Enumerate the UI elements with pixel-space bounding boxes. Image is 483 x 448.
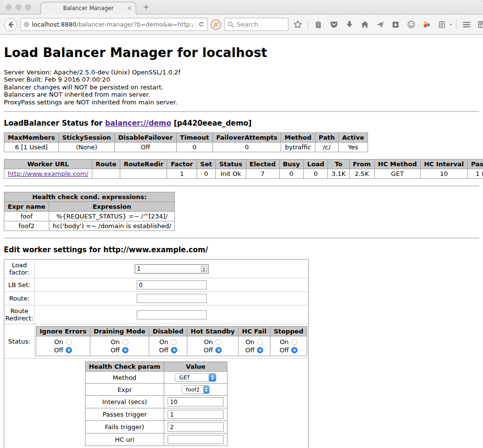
bookmark-star-icon[interactable] bbox=[291, 18, 304, 31]
close-window-button[interactable] bbox=[6, 4, 12, 10]
hc-passes-row: Passes trigger bbox=[85, 408, 227, 421]
hc-interval-label: Interval (secs) bbox=[85, 396, 164, 408]
on-label: On bbox=[280, 338, 288, 346]
cell-passes: 1 (0) bbox=[468, 169, 483, 179]
col-stopped: Stopped bbox=[270, 327, 307, 336]
cell-route bbox=[92, 169, 120, 179]
col-disablefailover: DisableFailover bbox=[114, 133, 176, 143]
cell-hc-interval: 10 bbox=[420, 169, 467, 179]
url-path: /balancer-manager?b=demo&w=http://www.ex… bbox=[76, 21, 193, 28]
hc-interval-input[interactable] bbox=[168, 397, 224, 406]
url-bar[interactable]: localhost:8880/balancer-manager?b=demo&w… bbox=[20, 18, 208, 31]
save-panel-icon[interactable] bbox=[389, 18, 402, 31]
server-info: Server Version: Apache/2.5.0-dev (Unix) … bbox=[4, 69, 479, 106]
pocket-icon[interactable] bbox=[327, 18, 340, 31]
cell-to: 3.1K bbox=[328, 169, 349, 179]
minimize-window-button[interactable] bbox=[15, 4, 21, 10]
hc-expr-row: Expr foof2 bbox=[85, 384, 227, 396]
titlebar: Balancer Manager × + bbox=[0, 0, 483, 14]
hc-passes-input[interactable] bbox=[168, 410, 224, 419]
cell-busy: 0 bbox=[279, 169, 303, 179]
url-text[interactable]: localhost:8880/balancer-manager?b=demo&w… bbox=[32, 21, 193, 28]
color-palette-icon[interactable] bbox=[420, 18, 433, 31]
feedback-smiley-icon[interactable] bbox=[405, 18, 417, 31]
image-block-icon[interactable] bbox=[211, 19, 221, 30]
cell-factor: 1 bbox=[167, 169, 197, 179]
back-button[interactable] bbox=[4, 18, 17, 31]
stopped-on-radio[interactable] bbox=[291, 339, 298, 345]
new-tab-button[interactable]: + bbox=[143, 2, 149, 12]
stopped-off-radio[interactable] bbox=[291, 347, 298, 353]
journal-icon[interactable] bbox=[436, 18, 448, 31]
cell-routeredir bbox=[120, 169, 167, 179]
form-row-status: Status: Ignore Errors Draining Mode Disa… bbox=[4, 324, 309, 359]
form-row-lb-set: LB Set: bbox=[4, 278, 309, 292]
lb-set-input[interactable] bbox=[137, 280, 207, 289]
reload-icon[interactable] bbox=[199, 21, 204, 28]
tab-close-icon[interactable]: × bbox=[127, 5, 132, 12]
hc-passes-label: Passes trigger bbox=[85, 408, 164, 421]
off-label: Off bbox=[245, 346, 255, 354]
dropdown-caret-icon[interactable]: ▾ bbox=[450, 22, 452, 27]
cell-elected: 7 bbox=[246, 169, 279, 179]
home-icon[interactable] bbox=[358, 18, 371, 31]
lb-set-label: LB Set: bbox=[4, 278, 35, 292]
disabled-off-radio[interactable] bbox=[171, 347, 177, 353]
cell-expression: %{REQUEST_STATUS} =~ /^[234]/ bbox=[49, 212, 175, 221]
clipboard-icon[interactable] bbox=[312, 18, 325, 31]
cell-maxmembers: 6 [1 Used] bbox=[4, 143, 59, 152]
table-tools-icon[interactable] bbox=[476, 18, 483, 31]
hc-fail-on-radio[interactable] bbox=[257, 339, 263, 345]
hc-fails-input[interactable] bbox=[168, 422, 224, 432]
hc-expr-select[interactable]: foof2 bbox=[182, 385, 210, 394]
menu-icon[interactable] bbox=[460, 18, 473, 31]
status-heading-suffix: [p4420eeae_demo] bbox=[171, 119, 252, 128]
search-bar[interactable]: Search bbox=[224, 18, 288, 31]
balancer-demo-link[interactable]: balancer://demo bbox=[105, 119, 171, 128]
back-arrow-icon bbox=[7, 21, 14, 29]
worker-row: http://www.example.com/ 1 0 Init Ok 7 0 … bbox=[4, 169, 483, 179]
tab-balancer-manager[interactable]: Balancer Manager × bbox=[41, 2, 136, 14]
load-factor-input[interactable] bbox=[135, 264, 209, 274]
page-title: Load Balancer Manager for localhost bbox=[4, 45, 479, 60]
send-icon[interactable] bbox=[374, 18, 386, 31]
hot-standby-off-radio[interactable] bbox=[215, 347, 222, 353]
cell-set: 0 bbox=[197, 169, 215, 179]
hot-standby-on-radio[interactable] bbox=[215, 339, 222, 345]
on-label: On bbox=[111, 338, 119, 346]
table-header-row: MaxMembers StickySession DisableFailover… bbox=[4, 133, 368, 143]
col-method: Method bbox=[281, 133, 315, 143]
draining-mode-on-radio[interactable] bbox=[122, 339, 128, 345]
route-input[interactable] bbox=[137, 294, 207, 303]
cell-method: bytraffic bbox=[281, 143, 315, 152]
divider bbox=[4, 111, 479, 112]
cell-status: Init Ok bbox=[215, 169, 246, 179]
hc-method-value: GET bbox=[179, 375, 205, 381]
draining-mode-radios: On Off bbox=[90, 336, 149, 356]
number-spinner-icon[interactable]: ▲▼ bbox=[201, 266, 207, 272]
hc-method-select[interactable]: GET bbox=[175, 373, 216, 382]
disabled-on-radio[interactable] bbox=[170, 339, 177, 345]
route-redirect-input[interactable] bbox=[137, 310, 207, 319]
browser-window: Balancer Manager × + localhost:8880/bala… bbox=[0, 0, 483, 448]
cell-hc-method: GET bbox=[374, 169, 420, 179]
ignore-errors-off-radio[interactable] bbox=[66, 347, 72, 353]
hc-uri-input[interactable] bbox=[168, 435, 224, 444]
page-content: Load Balancer Manager for localhost Serv… bbox=[0, 35, 483, 448]
col-route: Route bbox=[92, 159, 120, 169]
hc-fails-label: Fails trigger) bbox=[85, 421, 164, 434]
hc-expressions-table: Health check cond. expressions: Expr nam… bbox=[4, 192, 175, 231]
hc-fail-off-radio[interactable] bbox=[257, 347, 263, 353]
worker-url-link[interactable]: http://www.example.com/ bbox=[8, 170, 88, 177]
col-ignore-errors: Ignore Errors bbox=[36, 327, 90, 336]
balancer-status-heading: LoadBalancer Status for balancer://demo … bbox=[4, 119, 479, 128]
zoom-window-button[interactable] bbox=[25, 4, 31, 10]
on-label: On bbox=[204, 338, 213, 346]
disabled-radios: On Off bbox=[149, 336, 187, 356]
download-icon[interactable] bbox=[343, 18, 355, 31]
col-status: Status bbox=[215, 159, 246, 169]
draining-mode-off-radio[interactable] bbox=[122, 347, 128, 353]
ignore-errors-on-radio[interactable] bbox=[66, 339, 72, 345]
col-busy: Busy bbox=[279, 159, 303, 169]
divider bbox=[4, 186, 479, 187]
